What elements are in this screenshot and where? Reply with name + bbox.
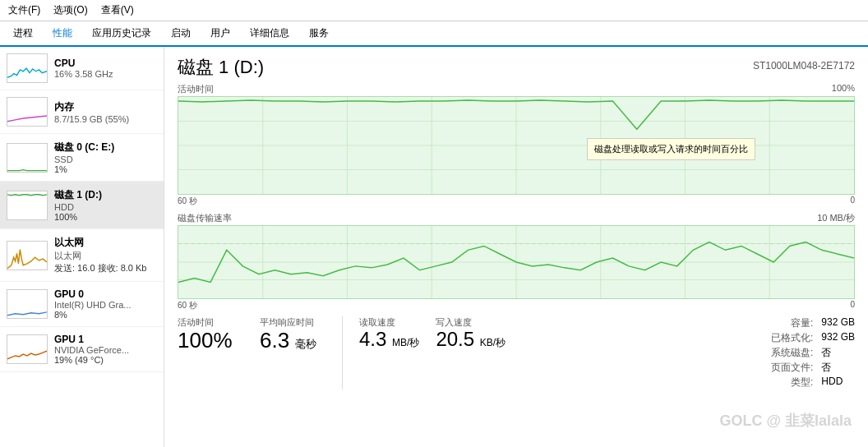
mem-thumbnail — [7, 97, 48, 127]
sidebar-item-gpu0[interactable]: GPU 0 Intel(R) UHD Gra... 8% — [0, 282, 164, 327]
capacity-value: 932 GB — [821, 316, 855, 330]
tab-users[interactable]: 用户 — [201, 21, 240, 47]
eth-info: 以太网 以太网 发送: 16.0 接收: 8.0 Kb — [54, 236, 157, 274]
write-value: 20.5 KB/秒 — [436, 329, 506, 350]
read-stat: 读取速度 4.3 MB/秒 — [359, 316, 419, 350]
sidebar-item-eth[interactable]: 以太网 以太网 发送: 16.0 接收: 8.0 Kb — [0, 229, 164, 282]
tab-apphistory[interactable]: 应用历史记录 — [82, 21, 161, 47]
cpu-sub: 16% 3.58 GHz — [54, 69, 157, 79]
chart1-time: 60 秒 — [178, 196, 197, 207]
chart2-max: 10 MB/秒 — [817, 212, 855, 224]
chart1-time-row: 60 秒 0 — [178, 196, 855, 207]
type-value: HDD — [821, 376, 855, 389]
tab-process[interactable]: 进程 — [3, 21, 43, 47]
menu-bar: 文件(F) 选项(O) 查看(V) — [5, 2, 137, 19]
activity-tooltip: 磁盘处理读取或写入请求的时间百分比 — [587, 138, 755, 160]
chart2-time-row: 60 秒 0 — [178, 300, 855, 311]
disk1-name: 磁盘 1 (D:) — [54, 188, 157, 202]
gpu1-name: GPU 1 — [54, 334, 157, 345]
response-stat: 平均响应时间 6.3 毫秒 — [260, 316, 326, 353]
chart2-label-row: 磁盘传输速率 10 MB/秒 — [178, 212, 855, 224]
cpu-name: CPU — [54, 58, 157, 69]
response-unit: 毫秒 — [295, 338, 316, 350]
activity-stat: 活动时间 100% — [178, 316, 243, 353]
activity-label: 活动时间 — [178, 316, 243, 329]
disk0-sub: SSD — [54, 154, 157, 164]
eth-val: 发送: 16.0 接收: 8.0 Kb — [54, 262, 157, 274]
activity-chart-section: 活动时间 100% — [178, 83, 855, 207]
main-layout: CPU 16% 3.58 GHz 内存 8.7/15.9 GB (55%) — [0, 47, 868, 447]
write-stat: 写入速度 20.5 KB/秒 — [436, 316, 506, 350]
eth-name: 以太网 — [54, 236, 157, 250]
read-unit: MB/秒 — [392, 337, 419, 348]
tab-services[interactable]: 服务 — [299, 21, 339, 47]
gpu1-sub: NVIDIA GeForce... — [54, 345, 157, 355]
eth-sub: 以太网 — [54, 250, 157, 262]
read-write-block: 读取速度 4.3 MB/秒 写入速度 20.5 KB/秒 — [359, 316, 506, 350]
sidebar: CPU 16% 3.58 GHz 内存 8.7/15.9 GB (55%) — [0, 47, 164, 447]
response-label: 平均响应时间 — [260, 316, 326, 329]
page-title: 磁盘 1 (D:) — [178, 55, 264, 80]
formatted-value: 932 GB — [821, 331, 855, 345]
tab-details[interactable]: 详细信息 — [240, 21, 299, 47]
tab-startup[interactable]: 启动 — [161, 21, 201, 47]
title-bar: 文件(F) 选项(O) 查看(V) — [0, 0, 868, 21]
disk0-info: 磁盘 0 (C: E:) SSD 1% — [54, 141, 157, 174]
chart1-label-row: 活动时间 100% — [178, 83, 855, 95]
capacity-label: 容量: — [771, 316, 813, 330]
read-label: 读取速度 — [359, 316, 419, 329]
mem-info: 内存 8.7/15.9 GB (55%) — [54, 100, 157, 124]
cpu-thumbnail — [7, 53, 48, 83]
disk1-val: 100% — [54, 212, 157, 222]
disk1-sub: HDD — [54, 202, 157, 212]
transfer-chart — [178, 225, 855, 299]
eth-thumbnail — [7, 241, 48, 270]
disk1-thumbnail — [7, 191, 48, 220]
transfer-chart-section: 磁盘传输速率 10 MB/秒 — [178, 212, 855, 311]
disk-info-grid: 容量: 932 GB 已格式化: 932 GB 系统磁盘: 否 页面文件: 否 … — [771, 316, 855, 389]
sidebar-item-cpu[interactable]: CPU 16% 3.58 GHz — [0, 47, 164, 90]
write-unit: KB/秒 — [480, 337, 506, 348]
content-panel: 磁盘 1 (D:) ST1000LM048-2E7172 活动时间 100% — [164, 47, 868, 447]
system-value: 否 — [821, 346, 855, 360]
gpu0-val: 8% — [54, 310, 157, 320]
sidebar-item-disk1[interactable]: 磁盘 1 (D:) HDD 100% — [0, 182, 164, 229]
activity-chart: 磁盘处理读取或写入请求的时间百分比 — [178, 96, 855, 195]
gpu0-info: GPU 0 Intel(R) UHD Gra... 8% — [54, 288, 157, 320]
sidebar-item-disk0[interactable]: 磁盘 0 (C: E:) SSD 1% — [0, 134, 164, 182]
watermark: GOLC @ 韭菜lalala — [719, 411, 852, 431]
menu-options[interactable]: 选项(O) — [50, 2, 90, 19]
menu-file[interactable]: 文件(F) — [5, 2, 44, 19]
type-label: 类型: — [771, 376, 813, 389]
disk0-thumbnail — [7, 143, 48, 173]
chart1-zero: 0 — [850, 196, 855, 207]
gpu1-val: 19% (49 °C) — [54, 355, 157, 365]
chart1-label: 活动时间 — [178, 83, 214, 95]
response-value: 6.3 毫秒 — [260, 329, 326, 353]
chart2-time: 60 秒 — [178, 300, 197, 311]
read-value: 4.3 MB/秒 — [359, 329, 419, 350]
gpu0-sub: Intel(R) UHD Gra... — [54, 300, 157, 310]
tab-performance[interactable]: 性能 — [43, 21, 82, 47]
sidebar-item-mem[interactable]: 内存 8.7/15.9 GB (55%) — [0, 90, 164, 134]
pagefile-value: 否 — [821, 361, 855, 375]
menu-view[interactable]: 查看(V) — [98, 2, 137, 19]
activity-value: 100% — [178, 329, 243, 353]
disk-model: ST1000LM048-2E7172 — [753, 55, 855, 71]
chart1-max: 100% — [832, 83, 855, 95]
system-label: 系统磁盘: — [771, 346, 813, 360]
sidebar-item-gpu1[interactable]: GPU 1 NVIDIA GeForce... 19% (49 °C) — [0, 327, 164, 372]
gpu0-name: GPU 0 — [54, 288, 157, 300]
formatted-label: 已格式化: — [771, 331, 813, 345]
mem-name: 内存 — [54, 100, 157, 114]
pagefile-label: 页面文件: — [771, 361, 813, 375]
gpu0-thumbnail — [7, 289, 48, 319]
disk1-info: 磁盘 1 (D:) HDD 100% — [54, 188, 157, 222]
mem-sub: 8.7/15.9 GB (55%) — [54, 114, 157, 124]
chart2-label: 磁盘传输速率 — [178, 212, 232, 224]
stats-row: 活动时间 100% 平均响应时间 6.3 毫秒 读取速度 4.3 MB/秒 — [178, 316, 855, 389]
gpu1-info: GPU 1 NVIDIA GeForce... 19% (49 °C) — [54, 334, 157, 365]
disk0-val: 1% — [54, 164, 157, 174]
content-header: 磁盘 1 (D:) ST1000LM048-2E7172 — [178, 55, 855, 80]
gpu1-thumbnail — [7, 334, 48, 364]
